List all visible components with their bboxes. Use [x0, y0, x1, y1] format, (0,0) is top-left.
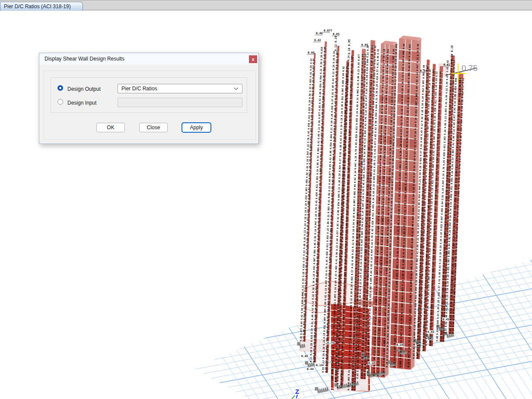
close-icon[interactable]: x: [249, 55, 257, 63]
design-input-label: Design Input: [67, 100, 96, 106]
pier-base-label: 0.45: [443, 318, 449, 321]
design-output-radio[interactable]: [57, 85, 63, 91]
pier-top-label: 0.10 0.05: [347, 39, 351, 54]
pier-top-label: 0.34: [420, 69, 427, 73]
pier-base-label: 0.18: [368, 361, 375, 365]
close-button[interactable]: Close: [139, 123, 168, 132]
z-axis-label: Z: [295, 388, 299, 395]
pier-base-label: 0.78: [327, 341, 334, 345]
display-shear-wall-design-results-dialog: Display Shear Wall Design Results x Desi…: [39, 53, 259, 144]
pier-top-label: 0.42: [314, 38, 321, 42]
design-output-label: Design Output: [67, 86, 101, 92]
pier-base-label: 0.28: [396, 343, 403, 347]
dialog-options-box: [51, 77, 247, 113]
pier-top-label: 0.46: [316, 32, 323, 35]
pier-top-label: 0.19 0.18: [450, 45, 454, 61]
etabs-display-window: { "window": { "tab_title": "Pier D/C Rat…: [0, 0, 532, 399]
ok-button[interactable]: OK: [96, 123, 125, 132]
pier-top-label: 0.05: [333, 32, 340, 36]
pier-base-label: 0.14: [316, 364, 323, 367]
pier-top-label: 0.077: [324, 29, 332, 32]
pier-top-label: 0.08: [308, 51, 315, 54]
dropdown-selected-value: Pier D/C Ratios: [121, 86, 157, 92]
pier-base-label: 0.44: [307, 367, 314, 371]
dialog-title: Display Shear Wall Design Results: [39, 53, 258, 64]
pier-top-label: 0.12: [443, 63, 450, 67]
pier-base-label: 0.43: [427, 330, 434, 334]
pier-top-label: 0.12 0.19: [334, 36, 338, 51]
apply-button[interactable]: Apply: [182, 122, 211, 133]
design-input-radio[interactable]: [57, 99, 63, 105]
design-input-field: [118, 98, 242, 107]
design-output-dropdown[interactable]: Pier D/C Ratios: [118, 84, 242, 93]
pier-top-label: 0.19 0.18: [458, 80, 462, 95]
hover-dc-value: 0.75: [462, 64, 478, 73]
pier-top-label: 0.05: [361, 43, 368, 47]
chevron-down-icon: [234, 87, 239, 90]
pier-base-label: 0.48: [301, 354, 308, 358]
